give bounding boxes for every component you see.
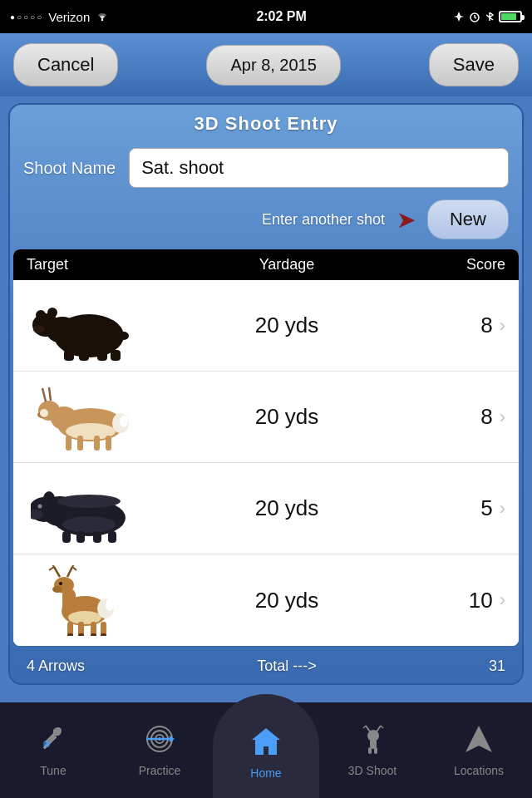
svg-line-50 bbox=[72, 565, 75, 567]
status-right bbox=[453, 11, 522, 22]
home-icon bbox=[250, 725, 282, 763]
svg-point-40 bbox=[38, 505, 42, 509]
svg-rect-58 bbox=[78, 633, 84, 636]
header-score: Score bbox=[397, 256, 505, 273]
table-header: Target Yardage Score bbox=[13, 249, 519, 280]
tab-locations-label: Locations bbox=[454, 764, 504, 777]
carrier-label: Verizon bbox=[48, 10, 90, 24]
wifi-icon bbox=[95, 11, 110, 22]
svg-point-9 bbox=[47, 308, 57, 318]
svg-point-7 bbox=[33, 325, 45, 333]
boar-svg bbox=[31, 473, 139, 544]
cell-score: 10 › bbox=[397, 588, 505, 613]
status-left: ●○○○○ Verizon bbox=[10, 10, 110, 24]
cell-yardage: 20 yds bbox=[176, 588, 397, 613]
svg-rect-38 bbox=[108, 531, 116, 543]
cell-target bbox=[27, 471, 176, 546]
svg-marker-70 bbox=[252, 728, 280, 755]
table-row[interactable]: 20 yds 5 › bbox=[13, 463, 519, 554]
svg-rect-77 bbox=[368, 747, 372, 754]
svg-rect-25 bbox=[94, 436, 100, 451]
svg-point-63 bbox=[43, 741, 50, 747]
locations-icon bbox=[464, 724, 494, 761]
tab-practice-label: Practice bbox=[139, 764, 181, 777]
tab-tune[interactable]: Tune bbox=[0, 702, 106, 798]
tune-icon bbox=[38, 724, 68, 761]
svg-point-14 bbox=[119, 332, 129, 340]
table-row[interactable]: 20 yds 8 › bbox=[13, 280, 519, 372]
chevron-right-icon: › bbox=[500, 498, 505, 520]
arrow-right-icon: ➤ bbox=[397, 206, 416, 234]
wrench-icon-svg bbox=[38, 724, 68, 754]
svg-line-48 bbox=[67, 567, 72, 577]
svg-point-62 bbox=[106, 599, 114, 611]
total-value: 31 bbox=[489, 658, 505, 675]
date-button[interactable]: Apr 8, 2015 bbox=[206, 45, 340, 86]
save-button[interactable]: Save bbox=[429, 43, 519, 86]
svg-rect-24 bbox=[77, 436, 83, 451]
tab-home[interactable]: Home bbox=[213, 694, 319, 798]
svg-line-75 bbox=[377, 726, 381, 732]
bear-image bbox=[27, 288, 143, 363]
shoot-name-row: Shoot Name bbox=[10, 141, 522, 196]
status-time: 2:02 PM bbox=[256, 9, 306, 24]
target-icon-svg bbox=[145, 724, 175, 754]
svg-marker-79 bbox=[466, 726, 492, 752]
svg-rect-13 bbox=[111, 350, 121, 361]
shoot-name-label: Shoot Name bbox=[23, 159, 116, 178]
deer-icon-svg bbox=[357, 724, 387, 754]
svg-line-76 bbox=[381, 726, 383, 728]
tab-locations[interactable]: Locations bbox=[426, 702, 532, 798]
cell-score: 8 › bbox=[397, 313, 505, 338]
svg-line-20 bbox=[49, 387, 51, 401]
cell-yardage: 20 yds bbox=[176, 313, 397, 338]
svg-point-44 bbox=[52, 586, 62, 593]
svg-point-34 bbox=[62, 516, 116, 533]
main-card: 3D Shoot Entry Shoot Name Enter another … bbox=[8, 103, 524, 685]
cell-yardage: 20 yds bbox=[176, 404, 397, 430]
table-container: Target Yardage Score bbox=[13, 249, 519, 646]
svg-rect-12 bbox=[97, 350, 107, 361]
bear-svg bbox=[31, 290, 139, 361]
svg-line-46 bbox=[49, 567, 54, 570]
deer-svg bbox=[31, 565, 139, 636]
svg-rect-11 bbox=[79, 350, 89, 361]
svg-line-19 bbox=[42, 388, 46, 401]
tab-home-label: Home bbox=[250, 766, 281, 780]
alarm-icon bbox=[469, 11, 480, 22]
svg-rect-23 bbox=[66, 436, 71, 451]
svg-point-51 bbox=[68, 611, 101, 624]
svg-point-61 bbox=[59, 582, 62, 585]
score-value: 10 bbox=[469, 588, 493, 613]
tab-3dshoot[interactable]: 3D Shoot bbox=[319, 702, 426, 798]
top-bar: Cancel Apr 8, 2015 Save bbox=[0, 33, 532, 96]
home-icon-svg bbox=[250, 725, 282, 756]
svg-line-49 bbox=[72, 567, 76, 570]
status-bar: ●○○○○ Verizon 2:02 PM bbox=[0, 0, 532, 33]
svg-point-0 bbox=[101, 19, 103, 21]
chevron-right-icon: › bbox=[500, 406, 505, 428]
new-button[interactable]: New bbox=[427, 200, 509, 239]
svg-rect-36 bbox=[76, 531, 85, 543]
score-value: 5 bbox=[480, 495, 492, 521]
tab-practice[interactable]: Practice bbox=[106, 702, 213, 798]
3dshoot-icon bbox=[357, 724, 387, 761]
shoot-name-input[interactable] bbox=[129, 148, 509, 188]
svg-point-22 bbox=[40, 409, 48, 417]
cell-target bbox=[27, 380, 176, 455]
chevron-right-icon: › bbox=[500, 315, 505, 337]
cell-target bbox=[27, 563, 176, 638]
svg-point-8 bbox=[36, 310, 46, 320]
cell-yardage: 20 yds bbox=[176, 495, 397, 521]
tab-3dshoot-label: 3D Shoot bbox=[348, 764, 397, 777]
header-target: Target bbox=[27, 256, 176, 273]
footer-summary: 4 Arrows Total ---> 31 bbox=[10, 649, 522, 683]
antelope-svg bbox=[31, 382, 139, 452]
table-row[interactable]: 20 yds 10 › bbox=[13, 554, 519, 646]
header-yardage: Yardage bbox=[176, 256, 397, 273]
svg-rect-57 bbox=[67, 633, 73, 636]
table-row[interactable]: 20 yds 8 › bbox=[13, 372, 519, 463]
svg-rect-60 bbox=[101, 633, 106, 636]
cancel-button[interactable]: Cancel bbox=[13, 43, 118, 86]
card-title: 3D Shoot Entry bbox=[10, 105, 522, 141]
